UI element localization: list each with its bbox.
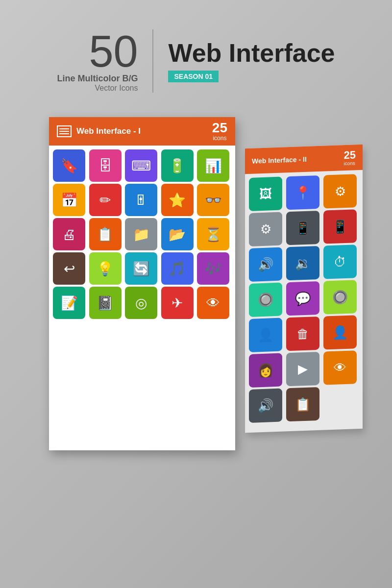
back-icon-2: ⚙ bbox=[323, 174, 357, 208]
book-back-header: Web Interface - II 25 icons bbox=[245, 145, 363, 174]
front-icon-23: ✈ bbox=[161, 287, 194, 319]
header-right: Web Interface SEASON 01 bbox=[153, 40, 335, 82]
front-icon-2: ⌨ bbox=[125, 149, 157, 182]
back-icon-11: 🔘 bbox=[323, 280, 357, 314]
book-front-title: Web Interface - I bbox=[76, 126, 141, 136]
back-icon-9: 🔘 bbox=[249, 283, 282, 317]
book-front: Web Interface - I 25 icons 🔖🗄⌨🔋📊📅✏🎚⭐👓🖨📋📁… bbox=[49, 117, 235, 450]
header-left: 50 Line Multicolor B/G Vector Icons bbox=[57, 29, 153, 93]
front-icon-3: 🔋 bbox=[161, 149, 194, 182]
back-icon-17: 👁 bbox=[323, 350, 357, 385]
back-icon-10: 💬 bbox=[286, 281, 319, 316]
front-icon-8: ⭐ bbox=[161, 184, 194, 216]
front-icon-18: 🎵 bbox=[161, 252, 194, 285]
book-container: Web Interface - II 25 icons 🖼📍⚙⚙📱📱🔊🔉⏱🔘💬🔘… bbox=[29, 117, 363, 470]
front-icon-12: 📁 bbox=[125, 218, 157, 250]
back-icon-8: ⏱ bbox=[323, 245, 357, 279]
back-icon-0: 🖼 bbox=[249, 177, 282, 211]
front-icon-11: 📋 bbox=[89, 218, 122, 250]
season-badge: SEASON 01 bbox=[168, 71, 219, 82]
front-icon-10: 🖨 bbox=[53, 218, 85, 250]
icon-count: 50 bbox=[89, 29, 138, 74]
front-icon-15: ↩ bbox=[53, 252, 85, 285]
book-back: Web Interface - II 25 icons 🖼📍⚙⚙📱📱🔊🔉⏱🔘💬🔘… bbox=[245, 145, 363, 433]
front-icon-4: 📊 bbox=[197, 149, 229, 182]
product-title: Web Interface bbox=[168, 40, 335, 66]
book-front-count: 25 icons bbox=[212, 121, 227, 142]
front-icon-6: ✏ bbox=[89, 184, 122, 216]
front-icon-17: 🔄 bbox=[125, 252, 157, 285]
front-icon-13: 📂 bbox=[161, 218, 194, 250]
front-icon-1: 🗄 bbox=[89, 149, 122, 182]
book-header-left: Web Interface - I bbox=[57, 125, 141, 137]
front-icon-24: 👁 bbox=[197, 287, 229, 319]
subtitle-line1: Line Multicolor B/G bbox=[57, 74, 138, 84]
back-icon-18: 🔊 bbox=[249, 389, 282, 423]
front-icons-grid: 🔖🗄⌨🔋📊📅✏🎚⭐👓🖨📋📁📂⏳↩💡🔄🎵🎶📝📓◎✈👁 bbox=[49, 146, 235, 323]
front-icon-21: 📓 bbox=[89, 287, 122, 319]
back-icon-16: ▶ bbox=[286, 352, 319, 386]
back-icon-14: 👤 bbox=[323, 315, 357, 349]
back-icon-12: 👤 bbox=[249, 318, 282, 352]
book-front-header: Web Interface - I 25 icons bbox=[49, 117, 235, 146]
subtitle-line2: Vector Icons bbox=[95, 84, 138, 93]
back-icon-7: 🔉 bbox=[286, 246, 319, 280]
back-icon-1: 📍 bbox=[286, 175, 319, 210]
back-icon-5: 📱 bbox=[323, 209, 357, 244]
front-icon-7: 🎚 bbox=[125, 184, 157, 216]
front-icon-5: 📅 bbox=[53, 184, 85, 216]
front-icon-9: 👓 bbox=[197, 184, 229, 216]
front-icon-20: 📝 bbox=[53, 287, 85, 319]
back-icon-6: 🔊 bbox=[249, 247, 282, 282]
front-icon-22: ◎ bbox=[125, 287, 157, 319]
back-icons-grid: 🖼📍⚙⚙📱📱🔊🔉⏱🔘💬🔘👤🗑👤👩▶👁🔊📋 bbox=[245, 170, 363, 427]
back-icon-15: 👩 bbox=[249, 353, 282, 388]
header: 50 Line Multicolor B/G Vector Icons Web … bbox=[0, 0, 392, 112]
pages-icon bbox=[57, 125, 72, 137]
back-icon-19: 📋 bbox=[286, 387, 319, 421]
back-icon-13: 🗑 bbox=[286, 317, 319, 351]
front-icon-0: 🔖 bbox=[53, 149, 85, 182]
back-icon-3: ⚙ bbox=[249, 212, 282, 246]
back-icon-4: 📱 bbox=[286, 211, 319, 245]
front-icon-19: 🎶 bbox=[197, 252, 229, 285]
front-icon-14: ⏳ bbox=[197, 218, 229, 250]
front-icon-16: 💡 bbox=[89, 252, 122, 285]
book-back-count: 25 icons bbox=[344, 149, 356, 166]
book-back-title: Web Interface - II bbox=[252, 155, 307, 165]
